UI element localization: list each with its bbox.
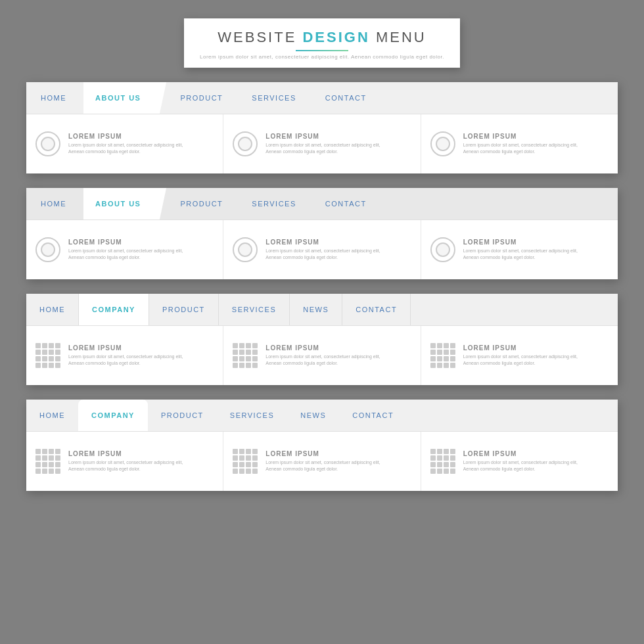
- col-title-3-1: LOREM IPSUM: [68, 344, 183, 352]
- col-text-4-2: LOREM IPSUM Lorem ipsum dolor sit amet, …: [265, 450, 380, 473]
- tab-2-product[interactable]: PRODUCT: [166, 188, 237, 219]
- content-col-1-2: LOREM IPSUM Lorem ipsum dolor sit amet, …: [223, 114, 421, 173]
- circle-icon-1: [35, 131, 60, 156]
- nav-section-1: HOME ABOUT US PRODUCT SERVICES CONTACT L…: [26, 82, 618, 173]
- content-col-1-3: LOREM IPSUM Lorem ipsum dolor sit amet, …: [421, 114, 618, 173]
- grid-icon-4: [35, 449, 60, 474]
- tab-4-company[interactable]: COMPANY: [78, 400, 148, 431]
- content-row-1: LOREM IPSUM Lorem ipsum dolor sit amet, …: [26, 114, 618, 173]
- col-body-1-1: Lorem ipsum dolor sit amet, consectetuer…: [68, 142, 183, 156]
- col-text-1-1: LOREM IPSUM Lorem ipsum dolor sit amet, …: [68, 133, 183, 156]
- col-title-4-2: LOREM IPSUM: [265, 450, 380, 457]
- col-body-4-3: Lorem ipsum dolor sit amet, consectetuer…: [463, 459, 578, 473]
- nav-section-2: HOME ABOUT US PRODUCT SERVICES CONTACT L…: [26, 188, 618, 279]
- col-body-3-1: Lorem ipsum dolor sit amet, consectetuer…: [68, 354, 183, 367]
- circle-inner-5: [238, 242, 252, 257]
- content-col-2-1: LOREM IPSUM Lorem ipsum dolor sit amet, …: [26, 220, 223, 279]
- circle-icon-3: [430, 131, 455, 156]
- col-text-1-2: LOREM IPSUM Lorem ipsum dolor sit amet, …: [265, 133, 380, 156]
- col-body-4-2: Lorem ipsum dolor sit amet, consectetuer…: [265, 459, 380, 473]
- col-text-1-3: LOREM IPSUM Lorem ipsum dolor sit amet, …: [463, 133, 578, 156]
- header-card: WEBSITE DESIGN MENU Lorem ipsum dolor si…: [184, 18, 460, 68]
- content-row-4: LOREM IPSUM Lorem ipsum dolor sit amet, …: [26, 432, 618, 491]
- col-body-2-2: Lorem ipsum dolor sit amet, consectetuer…: [265, 248, 380, 262]
- col-title-3-2: LOREM IPSUM: [265, 344, 380, 352]
- tab-1-services[interactable]: SERVICES: [237, 82, 310, 114]
- col-title-1-2: LOREM IPSUM: [265, 133, 380, 140]
- tab-4-home[interactable]: HOME: [26, 400, 78, 431]
- content-col-4-1: LOREM IPSUM Lorem ipsum dolor sit amet, …: [26, 432, 223, 491]
- nav-tabs-2: HOME ABOUT US PRODUCT SERVICES CONTACT: [26, 188, 618, 219]
- tab-3-company[interactable]: COMPANY: [79, 294, 149, 325]
- col-body-4-1: Lorem ipsum dolor sit amet, consectetuer…: [68, 459, 183, 473]
- nav-tabs-1: HOME ABOUT US PRODUCT SERVICES CONTACT: [26, 82, 618, 114]
- circle-inner-2: [238, 137, 252, 151]
- tab-4-contact[interactable]: CONTACT: [339, 400, 407, 431]
- grid-icon-2: [233, 343, 258, 368]
- circle-icon-5: [233, 237, 258, 262]
- nav-tabs-4: HOME COMPANY PRODUCT SERVICES NEWS CONTA…: [26, 400, 618, 431]
- col-title-4-1: LOREM IPSUM: [68, 450, 183, 457]
- tab-2-about[interactable]: ABOUT US: [83, 188, 156, 219]
- nav-section-3: HOME COMPANY PRODUCT SERVICES NEWS CONTA…: [26, 294, 618, 385]
- col-body-3-3: Lorem ipsum dolor sit amet, consectetuer…: [463, 354, 578, 367]
- col-body-1-2: Lorem ipsum dolor sit amet, consectetuer…: [265, 142, 380, 156]
- col-body-1-3: Lorem ipsum dolor sit amet, consectetuer…: [463, 142, 578, 156]
- col-title-1-3: LOREM IPSUM: [463, 133, 578, 140]
- tab-1-contact[interactable]: CONTACT: [311, 82, 381, 114]
- circle-inner-6: [436, 242, 450, 257]
- col-body-3-2: Lorem ipsum dolor sit amet, consectetuer…: [265, 354, 380, 367]
- col-title-1-1: LOREM IPSUM: [68, 133, 183, 140]
- grid-icon-6: [430, 449, 455, 474]
- col-text-3-2: LOREM IPSUM Lorem ipsum dolor sit amet, …: [265, 344, 380, 367]
- tab-3-contact[interactable]: CONTACT: [342, 294, 411, 325]
- content-col-3-2: LOREM IPSUM Lorem ipsum dolor sit amet, …: [223, 326, 421, 385]
- circle-icon-4: [35, 237, 60, 262]
- circle-inner-3: [436, 137, 450, 151]
- tab-1-product[interactable]: PRODUCT: [166, 82, 237, 114]
- tab-2-services[interactable]: SERVICES: [237, 188, 310, 219]
- circle-inner-4: [41, 242, 55, 257]
- content-col-3-3: LOREM IPSUM Lorem ipsum dolor sit amet, …: [421, 326, 618, 385]
- content-col-3-1: LOREM IPSUM Lorem ipsum dolor sit amet, …: [26, 326, 223, 385]
- tab-4-news[interactable]: NEWS: [287, 400, 339, 431]
- tab-4-product[interactable]: PRODUCT: [148, 400, 217, 431]
- content-col-1-1: LOREM IPSUM Lorem ipsum dolor sit amet, …: [26, 114, 223, 173]
- circle-inner-1: [41, 137, 55, 151]
- col-text-2-3: LOREM IPSUM Lorem ipsum dolor sit amet, …: [463, 239, 578, 262]
- header-subtitle: Lorem ipsum dolor sit amet, consectetuer…: [200, 54, 444, 60]
- col-title-4-3: LOREM IPSUM: [463, 450, 578, 457]
- nav-section-4: HOME COMPANY PRODUCT SERVICES NEWS CONTA…: [26, 400, 618, 491]
- content-col-4-3: LOREM IPSUM Lorem ipsum dolor sit amet, …: [421, 432, 618, 491]
- tab-2-contact[interactable]: CONTACT: [311, 188, 381, 219]
- tab-3-product[interactable]: PRODUCT: [149, 294, 219, 325]
- col-text-3-1: LOREM IPSUM Lorem ipsum dolor sit amet, …: [68, 344, 183, 367]
- grid-icon-3: [430, 343, 455, 368]
- grid-icon-5: [233, 449, 258, 474]
- circle-icon-2: [233, 131, 258, 156]
- tab-3-news[interactable]: NEWS: [290, 294, 342, 325]
- tab-2-home[interactable]: HOME: [26, 188, 81, 219]
- col-title-2-1: LOREM IPSUM: [68, 239, 183, 246]
- header-underline: [296, 50, 348, 51]
- col-body-2-1: Lorem ipsum dolor sit amet, consectetuer…: [68, 248, 183, 262]
- content-col-2-3: LOREM IPSUM Lorem ipsum dolor sit amet, …: [421, 220, 618, 279]
- col-text-2-2: LOREM IPSUM Lorem ipsum dolor sit amet, …: [265, 239, 380, 262]
- col-text-4-3: LOREM IPSUM Lorem ipsum dolor sit amet, …: [463, 450, 578, 473]
- nav-tabs-3: HOME COMPANY PRODUCT SERVICES NEWS CONTA…: [26, 294, 618, 325]
- content-row-2: LOREM IPSUM Lorem ipsum dolor sit amet, …: [26, 220, 618, 279]
- tab-3-services[interactable]: SERVICES: [219, 294, 290, 325]
- tab-4-services[interactable]: SERVICES: [217, 400, 287, 431]
- circle-icon-6: [430, 237, 455, 262]
- tab-1-home[interactable]: HOME: [26, 82, 81, 114]
- col-text-4-1: LOREM IPSUM Lorem ipsum dolor sit amet, …: [68, 450, 183, 473]
- col-body-2-3: Lorem ipsum dolor sit amet, consectetuer…: [463, 248, 578, 262]
- tab-1-about[interactable]: ABOUT US: [83, 82, 156, 114]
- tab-3-extra: [411, 294, 491, 325]
- col-title-2-2: LOREM IPSUM: [265, 239, 380, 246]
- tab-3-home[interactable]: HOME: [26, 294, 79, 325]
- content-col-2-2: LOREM IPSUM Lorem ipsum dolor sit amet, …: [223, 220, 421, 279]
- col-text-2-1: LOREM IPSUM Lorem ipsum dolor sit amet, …: [68, 239, 183, 262]
- grid-icon-1: [35, 343, 60, 368]
- col-title-2-3: LOREM IPSUM: [463, 239, 578, 246]
